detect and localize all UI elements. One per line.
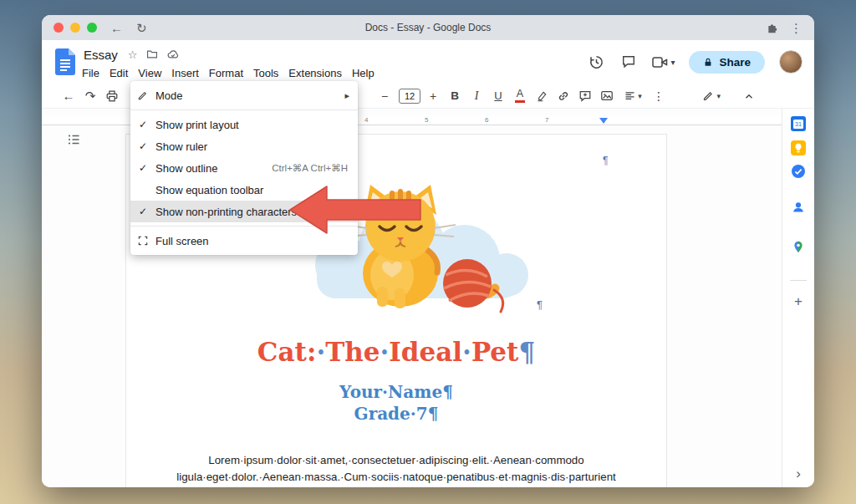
- move-folder-icon[interactable]: [146, 48, 158, 60]
- tasks-icon[interactable]: [791, 164, 806, 179]
- star-icon[interactable]: ☆: [128, 48, 138, 61]
- underline-button[interactable]: U: [488, 86, 508, 106]
- keep-icon[interactable]: [791, 140, 806, 155]
- version-history-icon[interactable]: [587, 53, 605, 71]
- body-line: Lorem·ipsum·dolor·sit·amet,·consectetuer…: [126, 452, 666, 469]
- lock-icon: [703, 57, 713, 68]
- text-color-button[interactable]: A: [510, 86, 530, 106]
- menubar: File Edit View Insert Format Tools Exten…: [77, 64, 380, 82]
- pilcrow-mark: ¶: [537, 298, 543, 311]
- fullscreen-icon: [130, 235, 155, 247]
- add-comment-icon[interactable]: [575, 86, 595, 106]
- view-menu-item-mode[interactable]: Mode ▸: [130, 84, 358, 106]
- sidebar-divider: [790, 280, 807, 281]
- font-size-decrease-button[interactable]: −: [374, 86, 395, 106]
- red-arrow-annotation: [288, 184, 422, 236]
- menu-help[interactable]: Help: [347, 65, 380, 81]
- view-menu-item-show-ruler[interactable]: ✓ Show ruler: [130, 135, 358, 157]
- font-size-increase-button[interactable]: +: [423, 86, 443, 106]
- video-call-button[interactable]: ▾: [652, 56, 675, 69]
- bold-button[interactable]: B: [445, 86, 465, 106]
- check-icon: ✓: [130, 206, 155, 217]
- docs-header: Essay ☆ File Edit View Insert: [42, 40, 814, 84]
- menu-extensions[interactable]: Extensions: [283, 65, 347, 81]
- view-menu-item-show-print-layout[interactable]: ✓ Show print layout: [130, 114, 358, 135]
- window-titlebar: ← ↻ Docs - Essay - Google Docs ⋮: [42, 15, 814, 40]
- menu-tools[interactable]: Tools: [248, 65, 283, 81]
- chevron-down-icon: ▾: [638, 92, 642, 100]
- insert-image-icon[interactable]: [597, 86, 617, 106]
- menu-format[interactable]: Format: [204, 65, 248, 81]
- redo-icon[interactable]: ↷: [80, 86, 100, 106]
- show-outline-icon[interactable]: [67, 132, 84, 149]
- right-indent-marker[interactable]: [599, 118, 608, 124]
- add-addon-button[interactable]: +: [791, 294, 806, 309]
- collapse-panel-icon[interactable]: ›: [791, 466, 806, 481]
- print-icon[interactable]: [102, 86, 122, 106]
- undo-icon[interactable]: ←: [59, 86, 79, 106]
- menu-edit[interactable]: Edit: [104, 65, 133, 81]
- pencil-icon: [130, 89, 155, 101]
- desktop-background: ← ↻ Docs - Essay - Google Docs ⋮: [0, 0, 856, 504]
- browser-window: ← ↻ Docs - Essay - Google Docs ⋮: [42, 15, 814, 487]
- share-label: Share: [719, 56, 751, 69]
- maps-icon[interactable]: [791, 239, 806, 254]
- insert-link-icon[interactable]: [553, 86, 573, 106]
- contacts-icon[interactable]: [791, 200, 806, 215]
- shortcut-label: Ctrl+⌘A Ctrl+⌘H: [272, 162, 348, 174]
- window-title: Docs - Essay - Google Docs: [42, 22, 814, 33]
- body-text: Lorem·ipsum·dolor·sit·amet,·consectetuer…: [126, 452, 666, 485]
- collapse-toolbar-icon[interactable]: [739, 86, 759, 106]
- svg-text:31: 31: [795, 121, 802, 127]
- chevron-down-icon: ▾: [716, 92, 721, 100]
- document-title[interactable]: Essay: [82, 48, 120, 62]
- font-size-value[interactable]: 12: [399, 89, 420, 104]
- view-menu-item-show-outline[interactable]: ✓ Show outline Ctrl+⌘A Ctrl+⌘H: [130, 157, 358, 179]
- check-icon: ✓: [130, 119, 155, 130]
- submenu-arrow-icon: ▸: [344, 90, 349, 101]
- docs-logo[interactable]: [55, 48, 75, 84]
- check-icon: ✓: [130, 140, 155, 152]
- chevron-down-icon: ▾: [670, 58, 675, 67]
- menu-file[interactable]: File: [77, 65, 104, 81]
- author-line: Your·Name¶: [126, 382, 666, 402]
- menu-view[interactable]: View: [133, 65, 166, 81]
- italic-button[interactable]: I: [466, 86, 487, 106]
- side-panel: 31: [782, 109, 814, 487]
- avatar[interactable]: [779, 50, 802, 74]
- check-icon: ✓: [130, 162, 155, 174]
- menu-divider: [130, 109, 358, 110]
- grade-line: Grade·7¶: [126, 404, 666, 424]
- essay-title: Cat:·The·Ideal·Pet¶: [126, 337, 666, 367]
- pilcrow-mark: ¶: [603, 155, 608, 166]
- editing-mode-button[interactable]: ▾: [702, 89, 721, 102]
- menu-insert[interactable]: Insert: [166, 65, 204, 81]
- share-button[interactable]: Share: [689, 51, 765, 74]
- cloud-status-icon[interactable]: [166, 48, 179, 61]
- highlight-color-icon[interactable]: [532, 86, 552, 106]
- more-toolbar-options-icon[interactable]: ⋮: [649, 86, 669, 106]
- body-line: ligula·eget·dolor.·Aenean·massa.·Cum·soc…: [126, 469, 666, 486]
- calendar-icon[interactable]: 31: [791, 116, 806, 131]
- align-button[interactable]: ▾: [619, 86, 647, 106]
- comments-icon[interactable]: [619, 53, 638, 71]
